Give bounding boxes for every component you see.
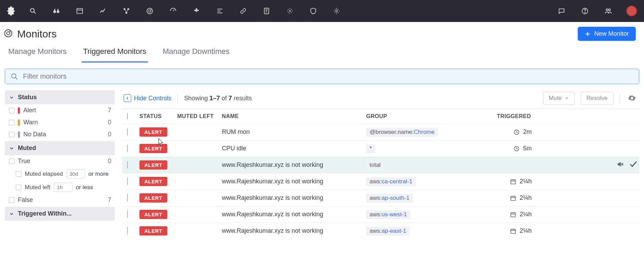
group-tag[interactable]: aws:ca-central-1	[366, 177, 416, 186]
facet-muted-header[interactable]: Muted	[5, 141, 115, 155]
table-row[interactable]: ALERTRUM mon@browser.name:Chrome2m	[122, 124, 639, 140]
status-badge: ALERT	[139, 210, 167, 219]
search-icon[interactable]	[25, 3, 41, 19]
monitor-group: aws:us-west-1	[366, 210, 500, 219]
hide-controls-button[interactable]: Hide Controls	[124, 94, 171, 102]
apm-icon[interactable]	[165, 3, 181, 19]
link-icon[interactable]	[235, 3, 251, 19]
monitor-name[interactable]: www.Rajeshkumar.xyz is not working	[222, 161, 366, 169]
table-row[interactable]: ALERTCPU idle*5m	[122, 140, 639, 157]
triggered-time: 2¼h	[520, 178, 532, 185]
filter-input[interactable]	[23, 72, 633, 80]
tab-manage-downtimes[interactable]: Manage Downtimes	[161, 44, 231, 62]
checkbox[interactable]	[9, 132, 14, 137]
select-all-checkbox[interactable]	[127, 113, 128, 119]
checkbox[interactable]	[9, 159, 14, 164]
table-row[interactable]: ALERTwww.Rajeshkumar.xyz is not workinga…	[122, 222, 639, 239]
monitors-nav-icon[interactable]	[142, 3, 158, 19]
datadog-logo[interactable]	[4, 4, 18, 18]
col-group[interactable]: GROUP	[366, 113, 500, 119]
integrations-icon[interactable]	[188, 3, 205, 19]
gear-icon	[628, 94, 636, 102]
new-monitor-button[interactable]: New Monitor	[578, 27, 636, 41]
monitor-group: *	[366, 144, 500, 153]
monitor-name[interactable]: CPU idle	[222, 145, 366, 152]
team-icon[interactable]	[600, 3, 617, 19]
muted-left-suffix: or less	[76, 184, 93, 191]
results-toolbar: Hide Controls Showing 1–7 of 7 results M…	[122, 90, 639, 109]
facet-item-false[interactable]: False 7	[5, 194, 115, 206]
notebook-icon[interactable]	[258, 3, 275, 19]
monitor-group: @browser.name:Chrome	[366, 128, 500, 137]
table-row[interactable]: ALERTwww.Rajeshkumar.xyz is not workinga…	[122, 173, 639, 190]
group-tag[interactable]: *	[366, 144, 375, 153]
filter-search-box[interactable]	[5, 69, 639, 84]
row-checkbox[interactable]	[127, 210, 128, 218]
group-tag[interactable]: aws:ap-south-1	[366, 194, 413, 203]
row-checkbox[interactable]	[127, 177, 128, 185]
facet-status-title: Status	[18, 94, 37, 101]
triggered-cell: 2¼h	[500, 194, 534, 202]
group-tag[interactable]: aws:us-west-1	[366, 210, 410, 219]
row-checkbox[interactable]	[127, 128, 128, 136]
row-checkbox[interactable]	[127, 227, 128, 234]
resolve-button[interactable]: Resolve	[581, 92, 613, 105]
checkbox[interactable]	[9, 108, 14, 113]
monitor-name[interactable]: www.Rajeshkumar.xyz is not working	[222, 211, 366, 218]
status-badge: ALERT	[139, 177, 167, 186]
facet-status-header[interactable]: Status	[5, 90, 115, 104]
help-icon[interactable]	[577, 3, 593, 19]
row-checkbox[interactable]	[127, 161, 128, 169]
triggered-time: 5m	[523, 145, 532, 152]
table-row[interactable]: ALERTwww.Rajeshkumar.xyz is not workingt…	[122, 157, 639, 173]
chat-icon[interactable]	[553, 3, 570, 19]
muted-left-input[interactable]	[54, 183, 72, 192]
group-tag[interactable]: aws:ap-east-1	[366, 227, 410, 236]
svg-rect-4	[57, 9, 58, 11]
chevron-down-icon	[9, 146, 14, 151]
checkbox[interactable]	[9, 197, 14, 203]
dashboard-icon[interactable]	[71, 3, 88, 19]
page-title: Monitors	[17, 28, 57, 40]
mute-icon[interactable]	[617, 160, 624, 170]
group-tag[interactable]: @browser.name:Chrome	[366, 128, 438, 137]
col-triggered[interactable]: TRIGGERED	[500, 113, 534, 119]
infrastructure-icon[interactable]	[118, 3, 135, 19]
facet-muted-left[interactable]: Muted left or less	[5, 181, 115, 194]
checkbox[interactable]	[9, 120, 14, 125]
user-avatar[interactable]	[623, 3, 640, 19]
muted-elapsed-input[interactable]	[67, 169, 85, 179]
table-row[interactable]: ALERTwww.Rajeshkumar.xyz is not workinga…	[122, 206, 639, 222]
logs-icon[interactable]	[212, 3, 228, 19]
monitor-name[interactable]: RUM mon	[222, 128, 366, 136]
binoculars-icon[interactable]	[48, 3, 65, 19]
row-checkbox[interactable]	[127, 145, 128, 152]
monitor-name[interactable]: www.Rajeshkumar.xyz is not working	[222, 227, 366, 234]
checkbox[interactable]	[16, 171, 21, 177]
monitor-name[interactable]: www.Rajeshkumar.xyz is not working	[222, 194, 366, 202]
mute-button[interactable]: Mute	[543, 92, 575, 105]
table-row[interactable]: ALERTwww.Rajeshkumar.xyz is not workinga…	[122, 190, 639, 206]
metrics-icon[interactable]	[95, 3, 111, 19]
monitor-name[interactable]: www.Rajeshkumar.xyz is not working	[222, 178, 366, 185]
col-name[interactable]: NAME	[222, 113, 366, 119]
facet-triggered-header[interactable]: Triggered Within...	[5, 207, 115, 221]
settings-gear-button[interactable]	[626, 92, 638, 104]
group-tag[interactable]: total	[366, 161, 384, 170]
ci-icon[interactable]	[328, 3, 345, 19]
facet-item-nodata[interactable]: No Data 0	[5, 128, 115, 140]
security-icon[interactable]	[305, 3, 321, 19]
facet-status: Status Alert 7 Warn 0 No Data 0	[5, 90, 115, 140]
tab-manage-monitors[interactable]: Manage Monitors	[7, 44, 68, 62]
col-status[interactable]: STATUS	[139, 113, 177, 119]
tab-triggered-monitors[interactable]: Triggered Monitors	[82, 44, 148, 62]
row-checkbox[interactable]	[127, 194, 128, 202]
facet-muted-elapsed[interactable]: Muted elapsed or more	[5, 167, 115, 181]
rum-icon[interactable]	[282, 3, 298, 19]
resolve-icon[interactable]	[629, 160, 637, 170]
facet-item-true[interactable]: True 0	[5, 155, 115, 167]
facet-item-warn[interactable]: Warn 0	[5, 116, 115, 128]
facet-item-alert[interactable]: Alert 7	[5, 104, 115, 116]
col-muted-left[interactable]: MUTED LEFT	[177, 113, 222, 119]
checkbox[interactable]	[16, 185, 21, 190]
